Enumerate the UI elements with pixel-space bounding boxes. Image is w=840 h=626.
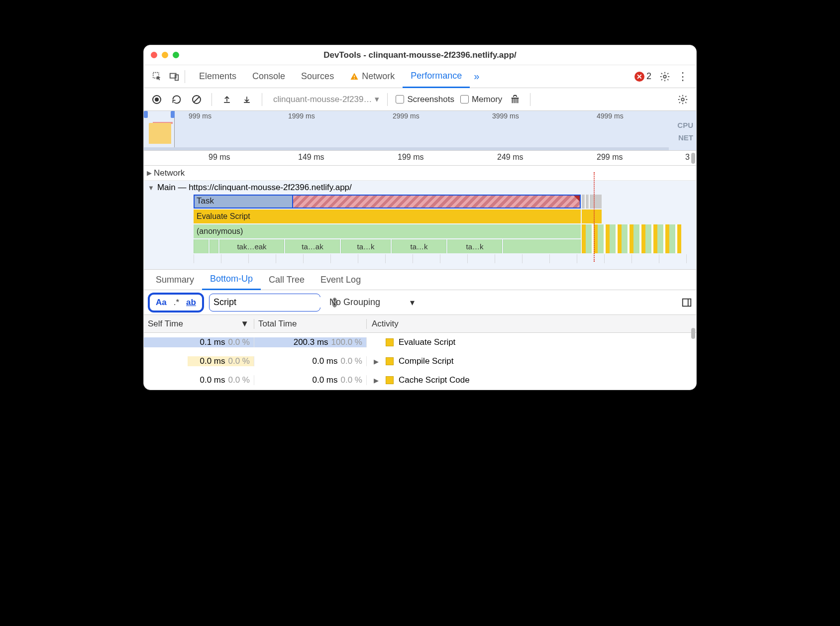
table-row[interactable]: 0.0 ms0.0 % 0.0 ms0.0 % ▶ Compile Script [144,352,696,371]
filter-search-box[interactable]: ✕ [209,294,320,312]
tail-activity[interactable] [582,195,681,254]
chevron-down-icon: ▾ [375,94,379,104]
devtools-tabbar: Elements Console Sources Network Perform… [144,65,696,88]
scrollbar-thumb[interactable] [691,328,695,339]
main-track: ▼ Main — https://clinquant-mousse-2f2396… [144,181,696,269]
regex-button[interactable]: .* [174,298,179,308]
svg-rect-11 [683,299,691,306]
category-swatch-icon [386,376,394,384]
main-track-label: Main — https://clinquant-mousse-2f2396.n… [157,183,352,193]
cell-self-time: 0.1 ms0.0 % [144,337,254,347]
call-segment[interactable]: ta…k [447,239,502,253]
more-tabs-button[interactable]: » [470,71,483,82]
col-activity[interactable]: Activity [367,319,696,329]
subtab-event-log[interactable]: Event Log [313,269,369,290]
col-self-time[interactable]: Self Time ▼ [144,319,254,329]
warning-icon [350,72,359,81]
upload-profile-icon[interactable] [220,93,234,106]
tab-elements[interactable]: Elements [191,65,244,88]
inspect-element-icon[interactable] [149,68,166,85]
call-segment[interactable] [194,239,209,253]
screenshots-checkbox[interactable]: Screenshots [396,95,454,104]
scrollbar-thumb[interactable] [691,153,695,164]
memory-checkbox[interactable]: Memory [460,95,502,104]
subtab-call-tree[interactable]: Call Tree [261,269,313,290]
svg-rect-3 [354,75,355,77]
subtab-bottom-up[interactable]: Bottom-Up [202,269,261,290]
profile-select[interactable]: clinquant-mousse-2f239… ▾ [273,94,379,104]
reload-record-button[interactable] [170,93,184,106]
tab-network-label: Network [362,71,395,82]
overview-tick: 3999 ms [492,112,519,120]
col-total-time[interactable]: Total Time [254,319,367,329]
overview-handle-left[interactable] [144,111,148,118]
checkbox-icon [396,95,404,104]
titlebar: DevTools - clinquant-mousse-2f2396.netli… [144,45,696,65]
call-segment[interactable]: ta…k [392,239,446,253]
overview-tick: 2999 ms [393,112,420,120]
whole-word-button[interactable]: ab [186,298,196,308]
cell-activity: Evaluate Script [367,337,696,347]
chevron-right-icon[interactable]: ▶ [374,358,381,365]
main-track-header[interactable]: ▼ Main — https://clinquant-mousse-2f2396… [144,181,696,195]
clear-button[interactable] [190,93,204,106]
call-segment[interactable]: tak…eak [219,239,284,253]
device-toolbar-icon[interactable] [166,68,183,85]
overview-handle-right[interactable] [171,111,175,118]
dock-side-icon[interactable] [681,297,692,308]
error-count: 2 [646,71,651,82]
tab-sources[interactable]: Sources [293,65,342,88]
svg-point-10 [681,98,684,101]
flame-chart[interactable]: Task Evaluate Script (anonymous) tak…eak… [144,195,696,269]
download-profile-icon[interactable] [240,93,254,106]
kebab-menu-icon[interactable]: ⋮ [672,70,693,83]
bottom-up-table-header: Self Time ▼ Total Time Activity [144,315,696,333]
svg-point-5 [663,75,666,78]
settings-icon[interactable] [657,69,672,84]
screenshots-label: Screenshots [407,95,454,104]
ruler-tick: 3 [685,153,690,162]
bottom-up-table-body: 0.1 ms0.0 % 200.3 ms100.0 % Evaluate Scr… [144,333,696,390]
subtab-summary[interactable]: Summary [148,269,202,290]
record-button[interactable] [150,93,164,106]
separator [530,93,530,106]
tab-console[interactable]: Console [244,65,293,88]
call-segment[interactable]: ta…ak [285,239,340,253]
task-bar-long-task[interactable] [293,195,581,209]
ruler-tick: 299 ms [597,153,623,162]
network-track-header[interactable]: ▶ Network [144,166,696,181]
svg-line-9 [194,97,200,103]
gridlines [194,254,696,263]
timeline-overview[interactable]: 999 ms 1999 ms 2999 ms 3999 ms 4999 ms C… [144,111,696,151]
call-segment[interactable] [210,239,218,253]
garbage-collect-icon[interactable] [508,93,522,106]
overview-tick: 999 ms [189,112,211,120]
network-label: Network [154,168,185,178]
detail-ruler[interactable]: 99 ms 149 ms 199 ms 249 ms 299 ms 3 [144,151,696,166]
separator [262,93,262,106]
tab-performance[interactable]: Performance [403,65,470,88]
col-self-label: Self Time [148,319,183,329]
capture-settings-icon[interactable] [675,92,690,107]
chevron-right-icon[interactable]: ▶ [374,377,381,384]
panel-tabs: Elements Console Sources Network Perform… [191,65,629,88]
call-segment[interactable] [503,239,581,253]
cell-total-time: 0.0 ms0.0 % [254,375,367,385]
match-case-button[interactable]: Aa [156,298,167,308]
chevron-down-icon: ▾ [410,297,415,308]
call-segment[interactable]: ta…k [341,239,391,253]
tab-network[interactable]: Network [342,65,403,88]
table-row[interactable]: 0.1 ms0.0 % 200.3 ms100.0 % Evaluate Scr… [144,333,696,352]
overview-cpu-label: CPU [677,121,693,129]
overview-selection[interactable] [144,111,175,150]
table-row[interactable]: 0.0 ms0.0 % 0.0 ms0.0 % ▶ Cache Script C… [144,371,696,390]
filter-input[interactable] [213,297,329,308]
error-badge[interactable]: ✕ 2 [634,71,651,82]
grouping-select[interactable]: No Grouping ▾ [329,297,415,308]
ruler-tick: 99 ms [209,153,230,162]
separator [185,70,185,83]
evaluate-script-bar[interactable]: Evaluate Script [194,209,581,223]
activity-name: Evaluate Script [399,337,455,347]
anonymous-bar[interactable]: (anonymous) [194,224,581,238]
detail-subtabs: Summary Bottom-Up Call Tree Event Log [144,269,696,290]
